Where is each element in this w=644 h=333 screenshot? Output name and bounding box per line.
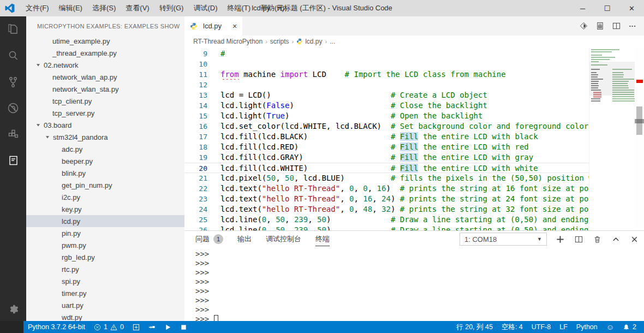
tree-item-stm32l4-pandora[interactable]: stm32l4_pandora: [26, 131, 184, 143]
new-terminal-icon[interactable]: [554, 234, 565, 245]
tree-item-network-wlan-sta-py[interactable]: network_wlan_sta.py: [26, 83, 184, 95]
tree-item-wdt-py[interactable]: wdt.py: [26, 311, 184, 321]
code-line-14[interactable]: 14lcd.light(False) # Close the backlight: [184, 100, 589, 111]
extensions-icon[interactable]: [0, 121, 26, 147]
tree-item-i2c-py[interactable]: i2c.py: [26, 191, 184, 203]
open-preview-icon[interactable]: [593, 19, 607, 33]
run-button[interactable]: [160, 321, 176, 333]
tree-item-utime-example-py[interactable]: utime_example.py: [26, 35, 184, 47]
code-editor[interactable]: 9#1011from machine import LCD # Import t…: [184, 47, 644, 230]
download-firmware-button[interactable]: [128, 321, 144, 333]
tab-lcd-py[interactable]: lcd.py ×: [184, 16, 242, 35]
tree-item-pwm-py[interactable]: pwm.py: [26, 239, 184, 251]
code-line-12[interactable]: 12: [184, 80, 589, 90]
tree-item-rgb-led-py[interactable]: rgb_led.py: [26, 251, 184, 263]
indentation-status[interactable]: 空格: 4: [497, 321, 527, 333]
cursor-position-status[interactable]: 行 20, 列 45: [452, 321, 497, 333]
tree-item-get-pin-num-py[interactable]: get_pin_num.py: [26, 179, 184, 191]
connect-device-button[interactable]: [144, 321, 160, 333]
code-line-11[interactable]: 11from machine import LCD # Import the L…: [184, 69, 589, 80]
chevron-expanded-icon[interactable]: [36, 123, 44, 127]
menu-item[interactable]: 转到(G): [154, 0, 189, 16]
settings-gear-icon[interactable]: [0, 297, 26, 321]
language-mode-status[interactable]: Python: [572, 321, 602, 333]
code-line-21[interactable]: 21lcd.pixel(50, 50, lcd.BLUE) # fills th…: [184, 173, 589, 183]
maximize-button[interactable]: ☐: [595, 0, 619, 16]
code-line-17[interactable]: 17lcd.fill(lcd.BLACK) # Fill the entire …: [184, 132, 589, 142]
chevron-expanded-icon[interactable]: [45, 135, 53, 139]
notifications-bell[interactable]: 2: [618, 321, 641, 333]
close-panel-icon[interactable]: [629, 234, 640, 245]
tree-item-uart-py[interactable]: uart.py: [26, 299, 184, 311]
minimize-button[interactable]: ─: [570, 0, 595, 16]
tree-item-timer-py[interactable]: timer.py: [26, 287, 184, 299]
encoding-status[interactable]: UTF-8: [527, 321, 555, 333]
code-line-20[interactable]: 20lcd.fill(lcd.WHITE) # Fill the entire …: [184, 163, 589, 173]
panel-tab-输出[interactable]: 输出: [237, 231, 252, 247]
menu-item[interactable]: 终端(T): [222, 0, 255, 16]
breadcrumb-folder[interactable]: scripts: [270, 38, 289, 45]
tree-item-rtc-py[interactable]: rtc.py: [26, 263, 184, 275]
maximize-panel-icon[interactable]: [610, 234, 621, 245]
menu-item[interactable]: 编辑(E): [54, 0, 87, 16]
tree-item-lcd-py[interactable]: lcd.py: [26, 215, 184, 227]
code-line-9[interactable]: 9#: [184, 49, 589, 59]
split-terminal-icon[interactable]: [573, 234, 584, 245]
code-line-18[interactable]: 18lcd.fill(lcd.RED) # Fill the entire LC…: [184, 142, 589, 152]
explorer-icon[interactable]: [0, 16, 26, 43]
split-editor-icon[interactable]: [609, 19, 623, 33]
menu-item[interactable]: 帮助(H): [255, 0, 289, 16]
panel-tab-调试控制台[interactable]: 调试控制台: [266, 231, 301, 247]
code-line-19[interactable]: 19lcd.fill(lcd.GRAY) # Fill the entire L…: [184, 152, 589, 163]
breadcrumb-symbol[interactable]: ...: [330, 38, 335, 45]
tree-item-network-wlan-ap-py[interactable]: network_wlan_ap.py: [26, 71, 184, 83]
open-changes-icon[interactable]: [576, 19, 591, 33]
tree-item-blink-py[interactable]: blink.py: [26, 167, 184, 179]
source-control-icon[interactable]: [0, 69, 26, 95]
tree-item-spi-py[interactable]: spi.py: [26, 275, 184, 287]
search-icon[interactable]: [0, 43, 26, 69]
debug-icon[interactable]: [0, 95, 26, 121]
kill-terminal-trash-icon[interactable]: [592, 234, 603, 245]
tree-item-beeper-py[interactable]: beeper.py: [26, 155, 184, 167]
eol-status[interactable]: LF: [555, 321, 572, 333]
menu-item[interactable]: 选择(S): [87, 0, 121, 16]
breadcrumb-file[interactable]: lcd.py: [305, 38, 322, 45]
tab-close-icon[interactable]: ×: [232, 22, 237, 31]
minimap-slider[interactable]: [589, 62, 635, 96]
code-line-22[interactable]: 22lcd.text("hello RT-Thread", 0, 0, 16) …: [184, 183, 589, 194]
chevron-expanded-icon[interactable]: [36, 63, 44, 67]
tree-item-pin-py[interactable]: pin.py: [26, 227, 184, 239]
tree-item-key-py[interactable]: key.py: [26, 203, 184, 215]
menu-item[interactable]: 调试(D): [188, 0, 222, 16]
scrollbar[interactable]: [635, 47, 644, 230]
breadcrumb-project[interactable]: RT-Thread MicroPython: [193, 38, 263, 45]
more-actions-icon[interactable]: ···: [625, 19, 640, 33]
tree-item-03-board[interactable]: 03.board: [26, 119, 184, 131]
tree-item-02-network[interactable]: 02.network: [26, 59, 184, 71]
stop-button[interactable]: [176, 321, 192, 333]
code-line-16[interactable]: 16lcd.set_color(lcd.WHITE, lcd.BLACK) # …: [184, 121, 589, 132]
tree-item-tcp-client-py[interactable]: tcp_client.py: [26, 95, 184, 107]
menu-item[interactable]: 文件(F): [21, 0, 54, 16]
code-line-24[interactable]: 24lcd.text("hello RT-Thread", 0, 48, 32)…: [184, 204, 589, 215]
tree-item--thread-example-py[interactable]: _thread_example.py: [26, 47, 184, 59]
terminal-select[interactable]: 1: COM18 ▼: [460, 233, 547, 246]
menu-item[interactable]: 查看(V): [121, 0, 154, 16]
close-button[interactable]: ✕: [619, 0, 644, 16]
code-line-15[interactable]: 15lcd.light(True) # Open the backlight: [184, 111, 589, 121]
python-interpreter-status[interactable]: Python 3.7.2 64-bit: [23, 321, 90, 333]
panel-tab-终端[interactable]: 终端: [315, 231, 330, 247]
panel-tab-问题[interactable]: 问题1: [195, 231, 223, 247]
tree-item-tcp-server-py[interactable]: tcp_server.py: [26, 107, 184, 119]
code-line-25[interactable]: 25lcd.line(0, 50, 239, 50) # Draw a line…: [184, 215, 589, 225]
terminal-output[interactable]: >>>>>>>>>>>>>>>>>>>>>>>>: [184, 247, 644, 321]
problems-status[interactable]: 1 0: [90, 321, 128, 333]
code-line-13[interactable]: 13lcd = LCD() # Create a LCD object: [184, 90, 589, 100]
tree-item-adc-py[interactable]: adc.py: [26, 143, 184, 155]
code-line-10[interactable]: 10: [184, 59, 589, 69]
code-line-23[interactable]: 23lcd.text("hello RT-Thread", 0, 16, 24)…: [184, 194, 589, 204]
feedback-smiley-icon[interactable]: ☺: [602, 321, 618, 333]
micropython-examples-icon[interactable]: [0, 147, 26, 174]
code-line-26[interactable]: 26lcd.line(0, 50, 239, 50) # Draw a line…: [184, 225, 589, 230]
